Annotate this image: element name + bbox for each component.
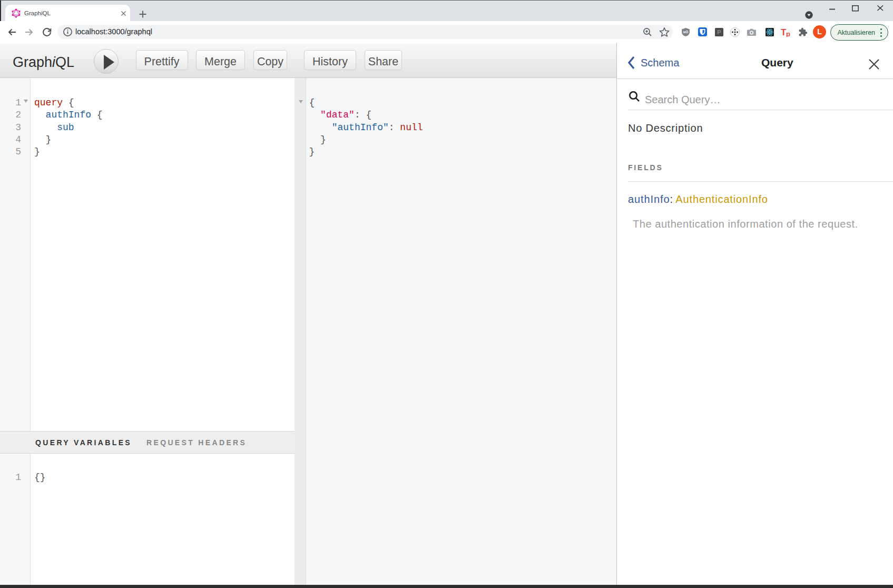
svg-text:P: P <box>717 29 721 35</box>
svg-text:uO: uO <box>683 30 688 34</box>
svg-text:p: p <box>786 30 790 37</box>
